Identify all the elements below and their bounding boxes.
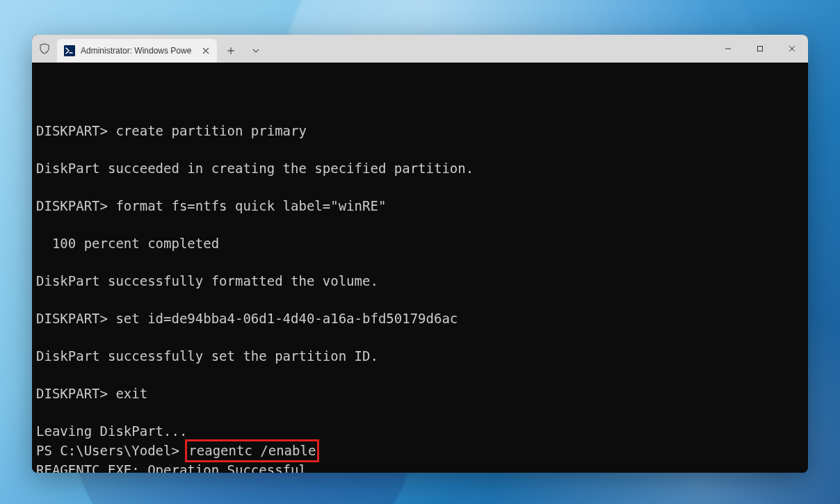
terminal-line: Leaving DiskPart... <box>36 422 804 441</box>
terminal-line: REAGENTC.EXE: Operation Successful. <box>36 461 804 473</box>
terminal-line <box>36 178 804 197</box>
terminal-line <box>36 253 804 272</box>
svg-rect-1 <box>758 47 763 51</box>
prompt-text: PS C:\Users\Yodel> <box>36 443 187 458</box>
minimize-button[interactable] <box>712 35 744 63</box>
admin-shield-icon <box>39 43 50 54</box>
terminal-content[interactable]: DISKPART> create partition primary DiskP… <box>32 63 808 473</box>
terminal-line <box>36 403 804 422</box>
terminal-line <box>36 328 804 347</box>
terminal-line: DISKPART> exit <box>36 384 804 403</box>
tab-dropdown-button[interactable] <box>245 49 267 53</box>
maximize-button[interactable] <box>744 35 776 63</box>
terminal-line <box>36 366 804 384</box>
terminal-line: DISKPART> create partition primary <box>36 122 804 140</box>
window-controls <box>712 35 808 63</box>
tab-active[interactable]: Administrator: Windows Powe <box>57 39 217 63</box>
terminal-line: DISKPART> set id=de94bba4-06d1-4d40-a16a… <box>36 309 804 328</box>
terminal-line: DISKPART> format fs=ntfs quick label="wi… <box>36 197 804 216</box>
terminal-window: Administrator: Windows Powe <box>32 35 808 473</box>
close-button[interactable] <box>776 35 808 63</box>
titlebar-drag-area[interactable] <box>267 35 712 63</box>
terminal-line: DiskPart successfully set the partition … <box>36 347 804 366</box>
terminal-line-highlighted: PS C:\Users\Yodel> reagentc /enable <box>36 441 804 461</box>
terminal-line <box>36 140 804 159</box>
highlighted-command: reagentc /enable <box>185 439 319 462</box>
powershell-icon <box>64 45 75 56</box>
terminal-line: DiskPart successfully formatted the volu… <box>36 272 804 291</box>
terminal-line <box>36 216 804 234</box>
terminal-line: 100 percent completed <box>36 234 804 253</box>
terminal-line: DiskPart succeeded in creating the speci… <box>36 159 804 178</box>
tab-title: Administrator: Windows Powe <box>81 46 195 56</box>
terminal-line <box>36 291 804 309</box>
titlebar[interactable]: Administrator: Windows Powe <box>32 35 808 63</box>
tab-close-button[interactable] <box>200 45 211 56</box>
titlebar-left: Administrator: Windows Powe <box>32 35 267 63</box>
new-tab-button[interactable] <box>220 47 242 55</box>
